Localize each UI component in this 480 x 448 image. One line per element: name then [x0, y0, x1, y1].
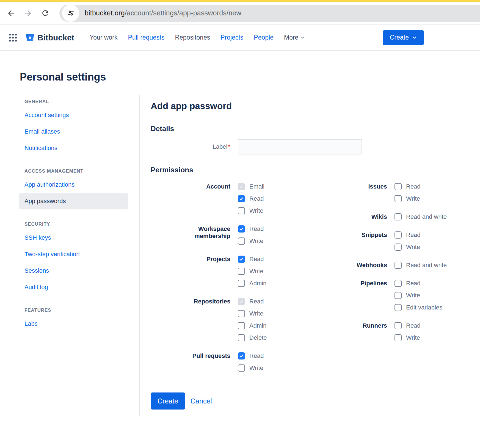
details-heading: Details: [151, 124, 480, 133]
sidebar-item-account-settings[interactable]: Account settings: [19, 107, 128, 123]
checkbox-workspace-membership-read[interactable]: [238, 225, 245, 233]
checkbox-repositories-write[interactable]: [238, 310, 245, 317]
checkbox-webhooks-read-and-write[interactable]: [395, 262, 402, 269]
checkbox-account-email: [238, 183, 245, 190]
sidebar-item-audit-log[interactable]: Audit log: [19, 279, 128, 295]
browser-forward-button[interactable]: [22, 7, 34, 19]
permission-group-label: Repositories: [151, 298, 230, 341]
checkbox-label: Write: [249, 364, 263, 372]
checkbox-pull-requests-write[interactable]: [238, 364, 245, 372]
sidebar-item-labs[interactable]: Labs: [19, 316, 128, 332]
permission-option-account-write: Write: [238, 207, 264, 214]
browser-toolbar: bitbucket.org/account/settings/app-passw…: [0, 2, 480, 25]
permissions-column-right: IssuesReadWriteWikisRead and writeSnippe…: [340, 183, 447, 372]
checkbox-label: Admin: [249, 322, 266, 329]
checkbox-issues-read[interactable]: [395, 183, 402, 190]
label-input[interactable]: [238, 139, 362, 154]
sidebar-item-sessions[interactable]: Sessions: [19, 262, 128, 279]
checkbox-snippets-read[interactable]: [395, 231, 402, 239]
browser-back-button[interactable]: [5, 7, 17, 19]
checkbox-pull-requests-read[interactable]: [238, 352, 245, 359]
checkbox-label: Read: [406, 183, 421, 190]
checkbox-label: Write: [406, 334, 420, 341]
bitbucket-logo-icon: [25, 33, 35, 42]
permission-group-label: Pull requests: [151, 352, 230, 372]
checkbox-label: Read: [406, 231, 421, 239]
permission-options: ReadWrite: [395, 322, 421, 341]
permission-option-projects-read: Read: [238, 256, 266, 263]
checkbox-wikis-read-and-write[interactable]: [395, 213, 402, 220]
permission-group-snippets: SnippetsReadWrite: [340, 231, 447, 251]
checkbox-snippets-write[interactable]: [395, 244, 402, 251]
sidebar-section-general: GENERALAccount settingsEmail aliasesNoti…: [19, 99, 139, 156]
permission-options: ReadWrite: [238, 352, 264, 372]
app-switcher-button[interactable]: [8, 33, 18, 42]
sidebar-section-security: SECURITYSSH keysTwo-step verificationSes…: [19, 222, 139, 295]
nav-item-people[interactable]: People: [254, 34, 274, 41]
sidebar-item-two-step-verification[interactable]: Two-step verification: [19, 246, 128, 262]
bitbucket-home-link[interactable]: Bitbucket: [25, 33, 74, 42]
checkbox-pipelines-read[interactable]: [395, 280, 402, 287]
nav-links: Your workPull requestsRepositoriesProjec…: [90, 34, 305, 41]
sidebar-section-header: GENERAL: [19, 99, 139, 104]
cancel-link[interactable]: Cancel: [191, 397, 212, 405]
permission-group-label: Runners: [340, 322, 387, 341]
checkbox-label: Read: [406, 280, 421, 287]
permission-option-runners-write: Write: [395, 334, 421, 341]
site-settings-chip[interactable]: [62, 5, 79, 22]
checkbox-account-read[interactable]: [238, 195, 245, 202]
checkbox-projects-read[interactable]: [238, 256, 245, 263]
checkbox-repositories-admin[interactable]: [238, 322, 245, 329]
checkbox-pipelines-write[interactable]: [395, 292, 402, 299]
sidebar-item-app-authorizations[interactable]: App authorizations: [19, 176, 128, 193]
checkbox-projects-admin[interactable]: [238, 280, 245, 287]
main-panel: Add app password Details Label* Permissi…: [139, 95, 480, 416]
sidebar-section-header: ACCESS MANAGEMENT: [19, 168, 139, 174]
checkbox-pipelines-edit-variables[interactable]: [395, 304, 402, 311]
permission-options: ReadWriteAdmin: [238, 256, 266, 287]
permission-group-runners: RunnersReadWrite: [340, 322, 447, 341]
nav-item-projects[interactable]: Projects: [220, 34, 243, 41]
create-button[interactable]: Create: [151, 392, 185, 410]
permission-options: ReadWrite: [395, 183, 421, 202]
checkbox-label: Write: [406, 195, 420, 202]
checkbox-account-write[interactable]: [238, 207, 245, 214]
permission-group-webhooks: WebhooksRead and write: [340, 262, 447, 269]
nav-create-button[interactable]: Create: [383, 30, 424, 45]
permission-group-repositories: RepositoriesReadWriteAdminDelete: [151, 298, 277, 341]
nav-item-more[interactable]: More: [284, 34, 305, 41]
sidebar-item-email-aliases[interactable]: Email aliases: [19, 123, 128, 140]
permission-option-pipelines-edit-variables: Edit variables: [395, 304, 442, 311]
browser-reload-button[interactable]: [39, 7, 51, 19]
permission-options: ReadWriteEdit variables: [395, 280, 442, 311]
permission-option-snippets-write: Write: [395, 244, 421, 251]
sidebar-item-ssh-keys[interactable]: SSH keys: [19, 229, 128, 246]
nav-item-pull-requests[interactable]: Pull requests: [128, 34, 164, 41]
back-arrow-icon: [7, 9, 15, 18]
checkbox-label: Read: [249, 298, 264, 305]
permission-group-label: Account: [151, 183, 230, 214]
permissions-column-left: AccountEmailReadWriteWorkspacemembership…: [151, 183, 277, 372]
settings-sidebar: GENERALAccount settingsEmail aliasesNoti…: [0, 95, 139, 416]
nav-item-repositories[interactable]: Repositories: [175, 34, 210, 41]
permission-group-projects: ProjectsReadWriteAdmin: [151, 256, 277, 287]
checkbox-workspace-membership-write[interactable]: [238, 237, 245, 245]
permission-group-label: Issues: [340, 183, 387, 202]
sidebar-item-app-passwords[interactable]: App passwords: [19, 193, 128, 209]
url-path: /account/settings/app-passwords/new: [125, 9, 241, 17]
checkbox-runners-write[interactable]: [395, 334, 402, 341]
checkbox-runners-read[interactable]: [395, 322, 402, 329]
permission-option-projects-write: Write: [238, 268, 266, 275]
address-bar[interactable]: bitbucket.org/account/settings/app-passw…: [59, 5, 480, 22]
nav-item-your-work[interactable]: Your work: [90, 34, 117, 41]
permissions-heading: Permissions: [151, 165, 480, 174]
checkbox-repositories-delete[interactable]: [238, 334, 245, 341]
permission-option-workspace-membership-read: Read: [238, 225, 264, 233]
checkbox-issues-write[interactable]: [395, 195, 402, 202]
checkbox-projects-write[interactable]: [238, 268, 245, 275]
sidebar-section-header: FEATURES: [19, 308, 139, 313]
sidebar-item-notifications[interactable]: Notifications: [19, 140, 128, 156]
checkbox-label: Write: [406, 292, 420, 299]
reload-icon: [41, 9, 49, 17]
checkbox-label: Delete: [249, 334, 267, 341]
